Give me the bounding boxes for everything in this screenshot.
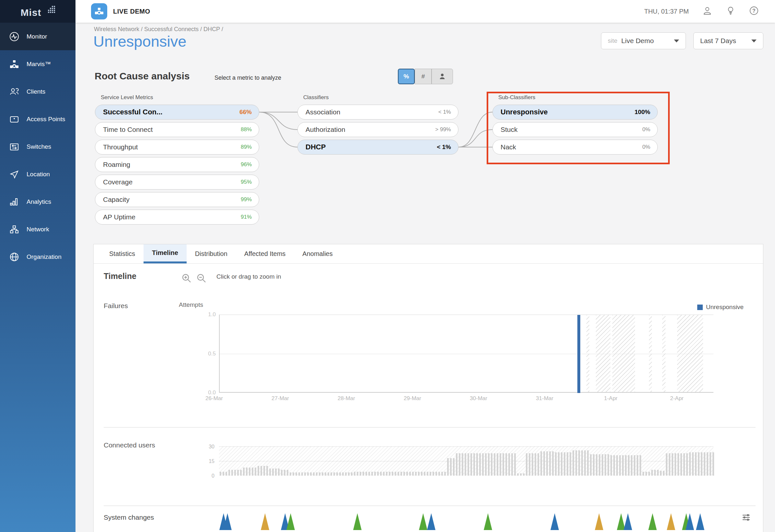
system-change-marker-green[interactable] xyxy=(286,513,295,530)
pill-nack[interactable]: Nack0% xyxy=(493,140,658,154)
pill-unresponsive[interactable]: Unresponsive100% xyxy=(493,105,658,119)
connected-users-bar xyxy=(275,469,277,476)
sidebar-item-switches[interactable]: Switches xyxy=(0,133,75,160)
pill-capacity[interactable]: Capacity99% xyxy=(95,192,259,207)
help-icon[interactable]: ? xyxy=(749,6,759,17)
connected-users-bar xyxy=(549,451,551,476)
connected-users-bar xyxy=(613,455,615,476)
connected-users-bar xyxy=(401,472,402,476)
system-change-marker-green[interactable] xyxy=(353,513,361,530)
sidebar-item-location[interactable]: Location xyxy=(0,160,75,188)
tab-timeline[interactable]: Timeline xyxy=(143,244,187,263)
pill-coverage[interactable]: Coverage95% xyxy=(95,175,259,189)
connected-users-bar xyxy=(500,453,501,476)
column-header-sub-classifiers: Sub-Classifiers xyxy=(498,94,535,101)
connected-users-bar xyxy=(295,472,297,476)
zoom-in-icon[interactable] xyxy=(181,273,192,284)
system-change-marker-yellow[interactable] xyxy=(261,513,269,530)
connected-users-bar xyxy=(456,453,458,476)
connected-users-bar xyxy=(634,455,635,476)
site-selector[interactable]: site Live Demo xyxy=(601,32,686,49)
pill-label: Roaming xyxy=(103,161,130,168)
pill-throughput[interactable]: Throughput89% xyxy=(95,140,259,154)
pill-ap-uptime[interactable]: AP Uptime91% xyxy=(95,209,259,224)
system-change-marker-blue[interactable] xyxy=(551,513,559,530)
sidebar-item-monitor[interactable]: Monitor xyxy=(0,23,75,50)
tab-distribution[interactable]: Distribution xyxy=(187,244,236,263)
timeline-section-title: Timeline xyxy=(104,272,136,281)
failures-y-tick: 0.0 xyxy=(199,390,216,396)
tab-anomalies[interactable]: Anomalies xyxy=(294,244,341,263)
time-range-value: Last 7 Days xyxy=(700,37,736,45)
org-logo-icon[interactable] xyxy=(91,3,107,19)
connected-users-bar xyxy=(695,452,697,476)
connected-users-bar xyxy=(704,452,705,476)
connected-users-bar xyxy=(538,453,539,476)
connected-users-bar xyxy=(631,455,633,476)
system-change-marker-blue[interactable] xyxy=(686,513,694,530)
whats-new-bulb-icon[interactable] xyxy=(726,6,735,17)
sidebar-item-access-points[interactable]: Access Points xyxy=(0,105,75,133)
no-data-hatch-band xyxy=(587,315,589,392)
pill-successful-con[interactable]: Successful Con...66% xyxy=(95,105,259,119)
connected-users-bar xyxy=(517,473,519,476)
connected-users-bar xyxy=(386,472,388,476)
failure-event-bar[interactable] xyxy=(577,315,580,393)
system-changes-filter-icon[interactable] xyxy=(741,513,751,524)
system-change-marker-green[interactable] xyxy=(419,513,428,530)
system-change-marker-yellow[interactable] xyxy=(667,513,675,530)
failures-plot-area[interactable] xyxy=(219,315,713,393)
sidebar-item-organization[interactable]: Organization xyxy=(0,243,75,271)
root-cause-subtitle: Select a metric to analyze xyxy=(214,74,281,81)
time-range-selector[interactable]: Last 7 Days xyxy=(693,32,763,49)
count-toggle-button[interactable]: # xyxy=(415,69,432,84)
system-change-marker-yellow[interactable] xyxy=(595,513,603,530)
pill-stuck[interactable]: Stuck0% xyxy=(493,122,658,137)
system-change-marker-blue[interactable] xyxy=(427,513,436,530)
connected-users-bar xyxy=(453,458,455,476)
connected-users-bar xyxy=(354,472,355,476)
pill-authorization[interactable]: Authorization> 99% xyxy=(297,122,459,137)
mist-logo[interactable]: Mist xyxy=(0,0,75,23)
connected-users-bar xyxy=(465,453,466,476)
system-change-marker-green[interactable] xyxy=(648,513,657,530)
connected-users-bar xyxy=(287,470,288,476)
connected-users-bar xyxy=(237,470,239,476)
failures-x-tick: 31-Mar xyxy=(536,395,553,402)
user-toggle-button[interactable] xyxy=(432,69,453,84)
failures-x-tick: 29-Mar xyxy=(404,395,421,402)
pill-roaming[interactable]: Roaming96% xyxy=(95,157,259,172)
connected-users-bar xyxy=(689,452,691,476)
sidebar-item-analytics[interactable]: Analytics xyxy=(0,188,75,215)
metric-unit-toggle: % # xyxy=(398,69,453,84)
pill-dhcp[interactable]: DHCP< 1% xyxy=(297,140,459,154)
system-change-marker-blue[interactable] xyxy=(624,513,632,530)
connected-users-plot-area[interactable] xyxy=(219,447,713,476)
sidebar-item-marvis[interactable]: Marvis™ xyxy=(0,50,75,78)
analytics-icon xyxy=(9,197,19,207)
connected-users-y-tick: 0 xyxy=(201,473,214,479)
percent-toggle-button[interactable]: % xyxy=(398,69,415,84)
connected-users-bar xyxy=(558,452,560,476)
system-change-marker-green[interactable] xyxy=(484,513,492,530)
breadcrumb[interactable]: Wireless Network / Successful Connects /… xyxy=(94,26,223,33)
connected-users-bar xyxy=(365,472,367,476)
connected-users-bar xyxy=(339,472,341,476)
connected-users-bar xyxy=(710,452,711,476)
pill-association[interactable]: Association< 1% xyxy=(297,105,459,119)
connected-users-bar xyxy=(330,472,332,476)
system-change-marker-blue[interactable] xyxy=(223,513,232,530)
pill-value: < 1% xyxy=(437,143,451,151)
account-icon[interactable] xyxy=(702,6,712,17)
tab-statistics[interactable]: Statistics xyxy=(101,244,143,263)
connected-users-bar xyxy=(368,472,370,476)
pill-label: Nack xyxy=(501,143,516,151)
sidebar-item-network[interactable]: Network xyxy=(0,215,75,243)
pill-time-to-connect[interactable]: Time to Connect88% xyxy=(95,122,259,137)
zoom-out-icon[interactable] xyxy=(196,273,207,284)
system-change-marker-blue[interactable] xyxy=(696,513,704,530)
sidebar-item-label: Location xyxy=(27,171,50,178)
sidebar-item-clients[interactable]: Clients xyxy=(0,78,75,105)
connected-users-bar xyxy=(669,453,670,476)
tab-affected-items[interactable]: Affected Items xyxy=(236,244,294,263)
